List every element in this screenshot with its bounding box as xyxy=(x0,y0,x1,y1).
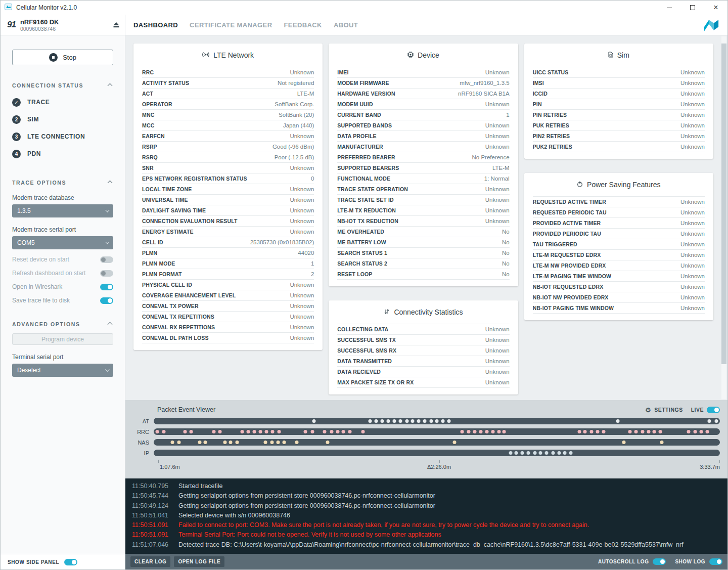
field-value: SoftBank (20) xyxy=(279,112,314,118)
open-log-file-button[interactable]: OPEN LOG FILE xyxy=(174,556,224,567)
field-value: Unknown xyxy=(680,305,705,311)
minimize-button[interactable] xyxy=(658,1,681,15)
packet-event-dot xyxy=(405,419,408,423)
live-toggle[interactable] xyxy=(707,407,720,413)
table-row: MANUFACTURERUnknown xyxy=(337,142,509,152)
packet-event-dot xyxy=(198,441,201,444)
nav-about[interactable]: ABOUT xyxy=(334,21,358,29)
modem-trace-database-select[interactable]: 1.3.5 xyxy=(12,204,113,217)
log-output[interactable]: 11:50:40.795Started tracefile11:50:45.74… xyxy=(125,478,727,554)
table-row: LTE-M TX REDUCTIONUnknown xyxy=(337,205,509,216)
log-line: 11:50:51.091Failed to connect to port: C… xyxy=(132,520,727,530)
field-value: No xyxy=(502,239,510,245)
field-label: SNR xyxy=(142,165,154,171)
field-value: 2 xyxy=(311,271,314,277)
maximize-button[interactable] xyxy=(681,1,704,15)
card-header: Connectivity Statistics xyxy=(329,300,518,324)
table-row: CONEVAL TX REPETITIONSUnknown xyxy=(142,312,314,322)
field-value: Unknown xyxy=(680,80,705,86)
toggle-row-refresh-dashboard-on-start: Refresh dashboard on start xyxy=(12,270,113,277)
field-label: PIN xyxy=(533,101,542,107)
field-value: Unknown xyxy=(290,314,314,320)
packet-event-dot xyxy=(622,441,625,444)
field-label: TAU TRIGGERED xyxy=(533,241,577,247)
sidebar: Stop CONNECTION STATUS ✓TRACE2SIM3LTE CO… xyxy=(1,35,125,569)
settings-button[interactable]: ⚙ SETTINGS xyxy=(645,407,683,413)
table-row: ICCIDUnknown xyxy=(533,89,705,99)
stop-button[interactable]: Stop xyxy=(12,50,113,65)
field-label: DATA TRANSMITTED xyxy=(337,358,392,364)
minimize-icon xyxy=(667,8,672,8)
dashboard-scrollbar[interactable] xyxy=(721,36,726,399)
step-number-icon: 3 xyxy=(12,133,21,141)
chevron-down-icon xyxy=(105,208,109,212)
field-value: nRF9160 SICA B1A xyxy=(458,91,510,97)
trace-toggles: Reset device on startRefresh dashboard o… xyxy=(12,256,113,304)
card-header: LTE Network xyxy=(133,43,323,67)
autoscroll-log-label: AUTOSCROLL LOG xyxy=(598,559,649,564)
table-row: SEARCH STATUS 2No xyxy=(337,258,509,269)
card-header: Power Saving Features xyxy=(524,173,713,196)
scrollbar-thumb[interactable] xyxy=(721,43,726,364)
nav-dashboard[interactable]: DASHBOARD xyxy=(133,21,178,29)
open-in-wireshark-toggle[interactable] xyxy=(100,284,113,290)
field-value: 0 xyxy=(311,176,314,182)
show-side-panel-toggle[interactable] xyxy=(64,559,77,565)
log-timestamp: 11:50:51.091 xyxy=(132,530,178,540)
field-label: PIN2 RETRIES xyxy=(533,133,570,139)
eject-button[interactable] xyxy=(113,22,120,28)
clear-log-button[interactable]: CLEAR LOG xyxy=(130,556,170,567)
show-log-toggle[interactable] xyxy=(709,558,722,565)
live-control: LIVE xyxy=(691,407,720,413)
packet-event-dot xyxy=(203,441,207,444)
table-row: LTE-M NW PROVIDED EDRXUnknown xyxy=(533,260,705,271)
field-value: Unknown xyxy=(485,337,510,343)
lte-network-icon xyxy=(202,51,209,59)
field-value: No xyxy=(502,271,510,277)
field-value: Unknown xyxy=(485,347,510,354)
autoscroll-log-toggle[interactable] xyxy=(653,558,666,565)
section-title: TRACE OPTIONS xyxy=(12,180,66,186)
field-value: Unknown xyxy=(290,292,314,298)
field-label: RSRQ xyxy=(142,154,158,160)
packet-track-ip xyxy=(154,450,720,456)
connection-step-trace: ✓TRACE xyxy=(12,94,113,111)
dashboard-column-3: Sim UICC STATUSUnknownIMSIUnknownICCIDUn… xyxy=(524,43,713,400)
nav-certificate-manager[interactable]: CERTIFICATE MANAGER xyxy=(190,21,272,29)
device-serial: 000960038746 xyxy=(20,26,59,32)
log-message: Getting serialport options from persiste… xyxy=(178,491,435,501)
nordic-logo xyxy=(703,15,719,35)
card-title: LTE Network xyxy=(213,51,254,59)
table-row: SNRUnknown xyxy=(142,163,314,173)
section-title: ADVANCED OPTIONS xyxy=(12,321,80,327)
modem-trace-serial-port-select[interactable]: COM5 xyxy=(12,236,113,249)
close-button[interactable]: × xyxy=(704,1,727,15)
card-title: Device xyxy=(418,51,439,59)
field-label: ACT xyxy=(142,91,153,97)
field-label: SEARCH STATUS 2 xyxy=(337,260,387,267)
device-selector[interactable]: 91 nRF9160 DK 000960038746 xyxy=(1,15,125,35)
save-trace-file-to-disk-toggle[interactable] xyxy=(100,297,113,304)
table-row: PREFERRED BEARERNo Preference xyxy=(337,152,509,163)
field-label: MCC xyxy=(142,122,154,128)
nav-feedback[interactable]: FEEDBACK xyxy=(284,21,322,29)
packet-event-dot xyxy=(155,430,159,433)
timeline-tick xyxy=(158,460,159,463)
check-icon: ✓ xyxy=(12,98,21,107)
packet-event-dot xyxy=(270,441,274,444)
chevron-down-icon xyxy=(105,367,109,371)
program-device-button[interactable]: Program device xyxy=(12,333,113,345)
packet-event-dot xyxy=(521,451,524,455)
field-label: LTE-M PAGING TIME WINDOW xyxy=(533,273,611,279)
field-label: IMSI xyxy=(533,80,544,86)
terminal-serial-port-select[interactable]: Deselect xyxy=(12,364,113,377)
device-icon xyxy=(407,51,414,59)
packet-event-dot xyxy=(479,430,483,433)
collapse-chevron-icon[interactable] xyxy=(108,180,113,185)
reset-device-on-start-toggle[interactable] xyxy=(100,256,113,263)
refresh-dashboard-on-start-toggle[interactable] xyxy=(100,270,113,277)
collapse-chevron-icon[interactable] xyxy=(108,322,113,327)
field-label: CONEVAL DL PATH LOSS xyxy=(142,335,209,341)
packet-event-dot xyxy=(312,419,315,423)
collapse-chevron-icon[interactable] xyxy=(108,83,113,88)
